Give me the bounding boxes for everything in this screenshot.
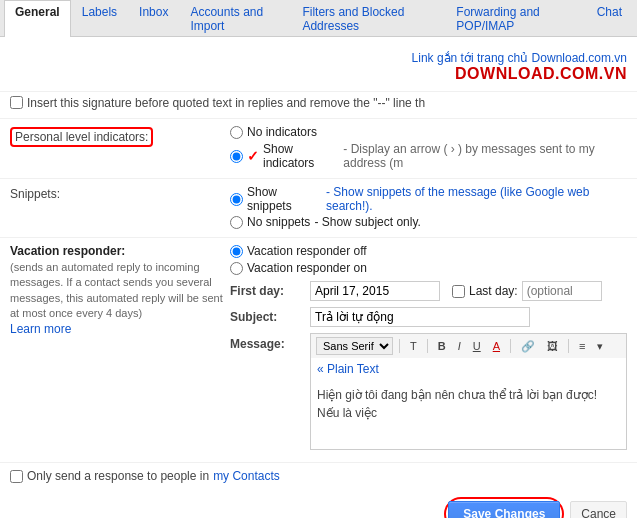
subject-input[interactable]: [310, 307, 530, 327]
first-day-label: First day:: [230, 284, 310, 298]
toolbar-strikethrough-button[interactable]: A: [489, 338, 504, 354]
show-snippets-radio[interactable]: [230, 193, 243, 206]
my-contacts-link[interactable]: my Contacts: [213, 469, 280, 483]
message-toolbar: Sans Serif T B I U A 🔗 🖼: [310, 333, 627, 358]
tabs-bar: General Labels Inbox Accounts and Import…: [0, 0, 637, 37]
no-indicators-option: No indicators: [230, 125, 627, 139]
personal-level-section: Personal level indicators: No indicators…: [0, 119, 637, 179]
check-icon: ✓: [247, 148, 259, 164]
show-indicators-radio[interactable]: [230, 150, 243, 163]
show-snippets-label: Show snippets: [247, 185, 322, 213]
signature-link[interactable]: Link gắn tới trang chủ Download.com.vn: [412, 51, 627, 65]
toolbar-image-button[interactable]: 🖼: [543, 338, 562, 354]
plain-text-link[interactable]: « Plain Text: [310, 358, 627, 380]
no-snippets-desc: - Show subject only.: [314, 215, 421, 229]
tab-labels[interactable]: Labels: [71, 0, 128, 37]
vacation-fields: First day: Last day: Subject: Message:: [230, 281, 627, 450]
toolbar-sep-4: [568, 339, 569, 353]
font-select[interactable]: Sans Serif: [316, 337, 393, 355]
personal-level-content: No indicators ✓ Show indicators - Displa…: [230, 125, 627, 172]
no-snippets-radio[interactable]: [230, 216, 243, 229]
subject-label: Subject:: [230, 310, 310, 324]
vacation-label: Vacation responder: (sends an automated …: [10, 244, 230, 336]
toolbar-bold-button[interactable]: B: [434, 338, 450, 354]
only-send-row: Only send a response to people in my Con…: [0, 462, 637, 489]
personal-level-label-text: Personal level indicators:: [10, 127, 153, 147]
message-body[interactable]: Hiện giờ tôi đang bận nên chưa thể trả l…: [310, 380, 627, 450]
cancel-button[interactable]: Cance: [570, 501, 627, 518]
last-day-label: Last day:: [469, 284, 518, 298]
toolbar-italic-button[interactable]: I: [454, 338, 465, 354]
personal-level-label: Personal level indicators:: [10, 125, 230, 147]
no-snippets-label: No snippets: [247, 215, 310, 229]
vacation-on-option: Vacation responder on: [230, 261, 627, 275]
toolbar-align-button[interactable]: ≡: [575, 338, 589, 354]
tab-chat[interactable]: Chat: [586, 0, 633, 37]
first-day-row: First day: Last day:: [230, 281, 627, 301]
first-day-input[interactable]: [310, 281, 440, 301]
insert-signature-checkbox[interactable]: [10, 96, 23, 109]
toolbar-link-button[interactable]: 🔗: [517, 338, 539, 355]
toolbar-more-button[interactable]: ▾: [593, 338, 607, 355]
no-indicators-label: No indicators: [247, 125, 317, 139]
no-indicators-radio[interactable]: [230, 126, 243, 139]
subject-row: Subject:: [230, 307, 627, 327]
vacation-off-option: Vacation responder off: [230, 244, 627, 258]
last-day-check-group: Last day:: [452, 281, 602, 301]
tab-accounts[interactable]: Accounts and Import: [179, 0, 291, 37]
toolbar-sep-3: [510, 339, 511, 353]
only-send-label: Only send a response to people in: [27, 469, 209, 483]
vacation-section: Vacation responder: (sends an automated …: [0, 238, 637, 462]
insert-signature-row: Insert this signature before quoted text…: [0, 92, 637, 119]
only-send-checkbox[interactable]: [10, 470, 23, 483]
no-snippets-option: No snippets - Show subject only.: [230, 215, 627, 229]
insert-signature-label: Insert this signature before quoted text…: [27, 96, 425, 110]
show-indicators-option: ✓ Show indicators - Display an arrow ( ›…: [230, 142, 627, 170]
vacation-on-radio[interactable]: [230, 262, 243, 275]
snippets-content: Show snippets - Show snippets of the mes…: [230, 185, 627, 231]
tab-general[interactable]: General: [4, 0, 71, 37]
vacation-off-label: Vacation responder off: [247, 244, 367, 258]
show-snippets-option: Show snippets - Show snippets of the mes…: [230, 185, 627, 213]
snippets-section: Snippets: Show snippets - Show snippets …: [0, 179, 637, 238]
last-day-checkbox[interactable]: [452, 285, 465, 298]
vacation-subtext: (sends an automated reply to incoming me…: [10, 260, 230, 322]
tab-forwarding[interactable]: Forwarding and POP/IMAP: [445, 0, 585, 37]
vacation-learn-more-link[interactable]: Learn more: [10, 322, 71, 336]
show-indicators-label: Show indicators: [263, 142, 339, 170]
vacation-on-label: Vacation responder on: [247, 261, 367, 275]
tab-inbox[interactable]: Inbox: [128, 0, 179, 37]
signature-brand-area: Link gắn tới trang chủ Download.com.vn D…: [0, 47, 637, 92]
message-editor: Sans Serif T B I U A 🔗 🖼: [310, 333, 627, 450]
signature-brand: DOWNLOAD.COM.VN: [10, 65, 627, 83]
footer-buttons: Save Changes Cance: [0, 489, 637, 518]
show-snippets-desc: - Show snippets of the message (like Goo…: [326, 185, 627, 213]
vacation-content: Vacation responder off Vacation responde…: [230, 244, 627, 456]
toolbar-sep-2: [427, 339, 428, 353]
snippets-label: Snippets:: [10, 185, 230, 201]
settings-content: Link gắn tới trang chủ Download.com.vn D…: [0, 37, 637, 518]
toolbar-sep-1: [399, 339, 400, 353]
message-label: Message:: [230, 333, 310, 351]
toolbar-underline-button[interactable]: U: [469, 338, 485, 354]
save-circle-highlight: Save Changes: [444, 497, 564, 518]
vacation-off-radio[interactable]: [230, 245, 243, 258]
message-row: Message: Sans Serif T B I U A: [230, 333, 627, 450]
vacation-label-text: Vacation responder:: [10, 244, 125, 258]
last-day-input[interactable]: [522, 281, 602, 301]
save-changes-button[interactable]: Save Changes: [448, 501, 560, 518]
tab-filters[interactable]: Filters and Blocked Addresses: [291, 0, 445, 37]
toolbar-t-button[interactable]: T: [406, 338, 421, 354]
show-indicators-desc: - Display an arrow ( › ) by messages sen…: [343, 142, 627, 170]
